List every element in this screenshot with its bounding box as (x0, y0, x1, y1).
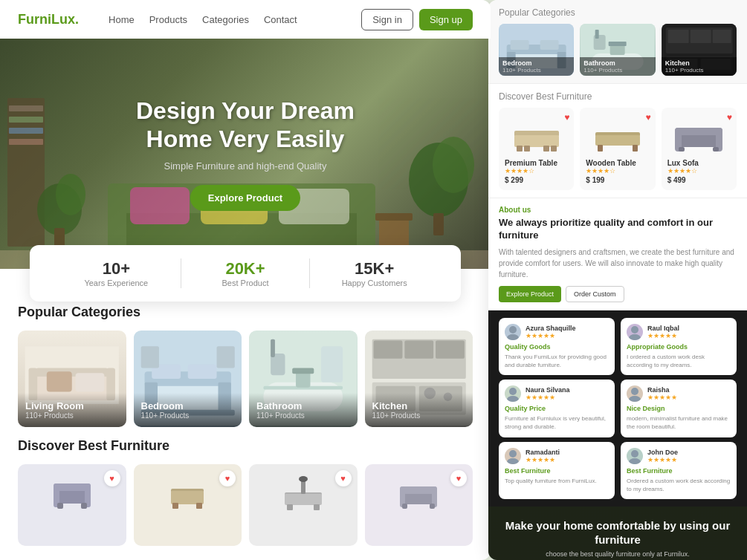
svg-rect-11 (357, 183, 375, 254)
cat-count-bed: 110+ Products (141, 411, 235, 420)
stat-customers-label: Happy Customers (310, 279, 439, 287)
product-0[interactable]: ♥ Premium Table ★★★★☆ $ 299 (499, 108, 574, 190)
nav-categories[interactable]: Categories (202, 14, 249, 25)
right-top-cats-title: Popular Categories (499, 7, 737, 18)
heart-0[interactable]: ♥ (104, 470, 120, 486)
testimonial-1: Raisha ★★★★★ Nice Design modern, minimal… (621, 380, 737, 437)
fur-card-3[interactable]: ♥ (365, 464, 473, 546)
svg-rect-48 (373, 341, 402, 359)
svg-rect-107 (598, 145, 603, 152)
discover-title: Discover Best Furniture (18, 438, 473, 454)
discover-section: Discover Best Furniture ♥ (0, 438, 491, 546)
top-cat-label-kit: Kitchen 110+ Products (662, 57, 737, 76)
stat-products-number: 20K+ (181, 259, 310, 279)
testimonial-0: Azura Shaquille ★★★★★ Quality Goods Than… (499, 318, 615, 375)
right-about: About us We always prioritize quality an… (488, 198, 747, 310)
svg-rect-16 (375, 213, 413, 221)
heart-2[interactable]: ♥ (335, 470, 352, 486)
stat-customers: 15K+ Happy Customers (310, 259, 439, 287)
cat-living-room[interactable]: Living Room 110+ Products (18, 331, 126, 427)
svg-point-117 (509, 388, 517, 395)
svg-rect-19 (433, 213, 444, 235)
cta-title: Make your home comfortable by using our … (499, 518, 737, 547)
svg-rect-27 (76, 373, 105, 391)
cat-kitchen[interactable]: Kitchen 110+ Products (365, 331, 473, 427)
svg-rect-106 (595, 135, 640, 146)
categories-grid: Living Room 110+ Products (18, 331, 473, 427)
right-products: Discover Best Furniture ♥ Premium Table … (488, 84, 747, 198)
avatar-5 (505, 448, 521, 464)
fur-card-0[interactable]: ♥ (18, 464, 126, 546)
about-buttons: Explore Product Order Custom (499, 286, 737, 302)
nav-products[interactable]: Products (149, 14, 187, 25)
svg-rect-71 (314, 504, 320, 510)
svg-rect-104 (543, 146, 549, 152)
svg-rect-94 (690, 30, 711, 43)
svg-point-126 (629, 458, 641, 464)
stats-bar: 10+ Years Experience 20K+ Best Product 1… (30, 245, 461, 302)
cat-bathroom[interactable]: Bathroom 110+ Products (249, 331, 358, 427)
top-cat-kitchen[interactable]: Kitchen 110+ Products (662, 24, 737, 76)
fur-card-1[interactable]: ♥ (134, 464, 242, 546)
product-img-1 (586, 114, 649, 154)
signin-button[interactable]: Sign in (361, 9, 413, 30)
product-img-0 (505, 114, 568, 154)
avatar-0 (505, 324, 521, 340)
about-explore-button[interactable]: Explore Product (499, 286, 561, 302)
testimonials-col-right: Raul Iqbal ★★★★★ Appropriate Goods I ord… (621, 318, 737, 499)
hero-section: Design Your Dream Home Very Easily Simpl… (0, 39, 491, 269)
svg-point-119 (509, 450, 517, 458)
stat-years-label: Years Experience (52, 279, 181, 287)
product-1[interactable]: ♥ Wooden Table ★★★★☆ $ 199 (580, 108, 655, 190)
cat-count-bath: 110+ Products (256, 411, 350, 420)
hero-content: Design Your Dream Home Very Easily Simpl… (136, 97, 355, 212)
about-order-button[interactable]: Order Custom (566, 286, 624, 302)
svg-rect-41 (296, 371, 310, 387)
svg-point-115 (509, 326, 517, 333)
product-heart-0[interactable]: ♥ (564, 112, 569, 123)
product-name-2: Lux Sofa (667, 159, 731, 167)
cat-name-bath: Bathroom (256, 400, 350, 411)
product-heart-2[interactable]: ♥ (727, 112, 732, 123)
product-img-2 (667, 114, 731, 154)
cat-name-bed: Bedroom (141, 400, 235, 411)
right-panel: Popular Categories Bedroom 110+ Products (488, 0, 747, 560)
product-stars-1: ★★★★☆ (586, 167, 649, 175)
product-heart-1[interactable]: ♥ (646, 112, 651, 123)
cat-count-kit: 110+ Products (372, 411, 466, 420)
cat-name-lr: Living Room (25, 400, 119, 411)
product-price-0: $ 299 (505, 176, 568, 184)
furniture-grid: ♥ ♥ (18, 464, 473, 546)
explore-button[interactable]: Explore Product (190, 185, 300, 211)
cat-bedroom[interactable]: Bedroom 110+ Products (134, 331, 242, 427)
svg-rect-101 (517, 146, 523, 152)
stat-years-number: 10+ (52, 259, 181, 279)
svg-point-116 (507, 334, 519, 340)
signup-button[interactable]: Sign up (419, 9, 473, 30)
svg-rect-87 (610, 45, 625, 55)
nav-contact[interactable]: Contact (264, 14, 297, 25)
top-cat-bathroom[interactable]: Bathroom 110+ Products (580, 24, 655, 76)
svg-rect-50 (436, 341, 465, 359)
product-2[interactable]: ♥ Lux Sofa ★★★★☆ $ 499 (662, 108, 737, 190)
nav-home[interactable]: Home (109, 14, 135, 25)
nav-links: Home Products Categories Contact (109, 14, 361, 25)
svg-point-120 (507, 458, 519, 464)
svg-point-125 (631, 450, 638, 458)
svg-rect-2 (9, 117, 43, 123)
svg-rect-88 (609, 42, 627, 46)
svg-rect-103 (524, 146, 530, 152)
avatar-1 (627, 385, 643, 402)
avatar-3 (627, 448, 643, 464)
testimonial-4: Raul Iqbal ★★★★★ Appropriate Goods I ord… (621, 318, 737, 375)
testimonials-col-left: Azura Shaquille ★★★★★ Quality Goods Than… (499, 318, 615, 499)
top-cat-bedroom[interactable]: Bedroom 110+ Products (499, 24, 574, 76)
svg-rect-110 (675, 128, 722, 135)
hero-subtitle: Simple Furniture and high-end Quality (136, 160, 355, 172)
product-name-1: Wooden Table (586, 159, 649, 167)
heart-1[interactable]: ♥ (219, 470, 236, 486)
testimonial-3: John Doe ★★★★★ Best Furniture Ordered a … (621, 442, 737, 499)
right-testimonials: Azura Shaquille ★★★★★ Quality Goods Than… (488, 310, 747, 507)
heart-3[interactable]: ♥ (450, 470, 467, 486)
fur-card-2[interactable]: ♥ (249, 464, 358, 546)
